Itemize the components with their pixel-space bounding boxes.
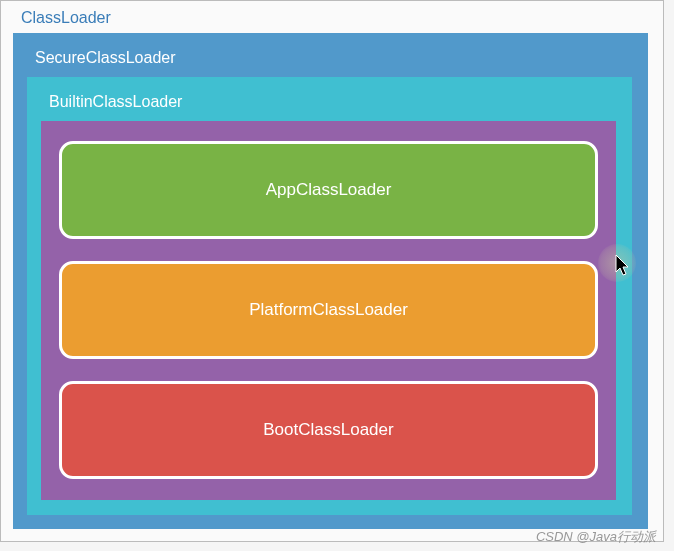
platform-classloader-box: PlatformClassLoader (59, 261, 598, 359)
classloader-title: ClassLoader (21, 9, 655, 27)
app-classloader-box: AppClassLoader (59, 141, 598, 239)
builtin-classloader-title: BuiltinClassLoader (49, 93, 618, 111)
secure-classloader-title: SecureClassLoader (35, 49, 634, 67)
classloader-box: SecureClassLoader BuiltinClassLoader App… (13, 33, 648, 529)
builtin-classloader-box: AppClassLoader PlatformClassLoader BootC… (41, 121, 616, 500)
app-classloader-label: AppClassLoader (266, 180, 392, 200)
secure-classloader-box: BuiltinClassLoader AppClassLoader Platfo… (27, 77, 632, 515)
boot-classloader-label: BootClassLoader (263, 420, 393, 440)
platform-classloader-label: PlatformClassLoader (249, 300, 408, 320)
diagram-frame: ClassLoader SecureClassLoader BuiltinCla… (0, 0, 664, 542)
boot-classloader-box: BootClassLoader (59, 381, 598, 479)
watermark-text: CSDN @Java行动派 (536, 528, 656, 546)
